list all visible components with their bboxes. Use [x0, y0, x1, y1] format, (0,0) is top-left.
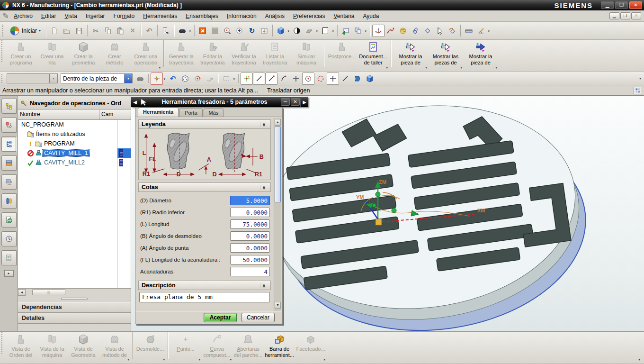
menu-vista[interactable]: Vista [60, 11, 81, 21]
toolbar-grip[interactable] [1, 332, 4, 354]
angle-button[interactable]: ▾ [475, 25, 487, 37]
assembly-navigator-tab[interactable] [1, 99, 17, 114]
tree-row-nc_program[interactable]: NC_PROGRAM [18, 120, 131, 129]
desmoldeo-dropdown[interactable]: ▾ [163, 358, 165, 362]
face-button[interactable] [351, 73, 364, 85]
machine-tool-view-tab[interactable] [1, 155, 17, 171]
menu-herramientas[interactable]: Herramientas [139, 11, 181, 21]
undo-button[interactable]: ↶ [143, 25, 155, 37]
web-browser-tab[interactable] [1, 212, 17, 228]
tab-mas[interactable]: Más [204, 109, 224, 117]
verificar-trayectoria-button[interactable]: Verificar latrayectoria [228, 40, 259, 72]
description-input[interactable]: Fresa plana de 5 mm [139, 292, 270, 302]
win-cascade-button[interactable]: ▾ [352, 25, 364, 37]
curve-j-button[interactable] [277, 73, 290, 85]
ruler-button[interactable] [463, 25, 475, 37]
tree-row-ítems no utilizados[interactable]: Ítems no utilizados [18, 129, 131, 139]
panel-splitter[interactable] [18, 296, 131, 302]
collapse-chevron-icon[interactable]: ∧ [260, 185, 268, 190]
hd3d-tools-tab[interactable] [1, 193, 17, 209]
fit-view-button[interactable] [197, 25, 209, 37]
menu-archivo[interactable]: Archivo [9, 11, 37, 21]
rotate-point-button[interactable] [191, 73, 204, 85]
marquee-button[interactable]: ▾ [220, 73, 233, 85]
shaded-cube-button[interactable]: ▾ [275, 25, 287, 37]
dialog-scrollbar[interactable]: ▲ ▼ [274, 118, 281, 323]
diamond-swap-button[interactable] [446, 25, 458, 37]
selection-scope-combo[interactable]: Dentro de la pieza de▾ [61, 73, 133, 83]
angle-dropdown[interactable]: ▾ [488, 29, 490, 33]
minimize-button[interactable]: ▁ [601, 1, 614, 9]
iniciar-dropdown[interactable]: ▾ [39, 28, 41, 33]
detalles-panel-header[interactable]: Detalles [18, 313, 131, 324]
vista-metodo-button[interactable]: Vista demétodo de▾ [99, 332, 130, 364]
mdi-restore-button[interactable]: ❐ [620, 12, 630, 19]
snap-point-button[interactable] [241, 73, 253, 85]
menu-ensamblajes[interactable]: Ensamblajes [181, 11, 223, 21]
vista-geometria-button[interactable]: Vista deGeometria [68, 332, 99, 364]
menu-informacion[interactable]: Información [223, 11, 261, 21]
mostrar-pieza-1-button[interactable]: Mostrar lapieza de▾ [393, 40, 428, 72]
dialog-forward-button[interactable]: ▶ [300, 97, 308, 107]
find-button[interactable] [134, 73, 146, 85]
crear-geometria-button[interactable]: Crear lageometria [68, 40, 99, 72]
toolbar-grip[interactable] [1, 40, 4, 62]
faceteado-button[interactable]: Faceteado...▾ [295, 332, 326, 364]
cue-clipboard-icon[interactable] [634, 87, 642, 94]
pin-icon[interactable] [20, 100, 27, 107]
editar-trayectoria-button[interactable]: Editar latrayectoria [197, 40, 228, 72]
paste-button[interactable] [114, 25, 126, 37]
info-button[interactable]: i [160, 25, 172, 37]
open-button[interactable] [61, 25, 73, 37]
win-new-button[interactable] [340, 25, 352, 37]
tab-herramienta[interactable]: Herramienta [138, 108, 179, 117]
blank-dropdown[interactable]: ▾ [332, 29, 334, 33]
dice-button[interactable] [179, 73, 191, 85]
dialog-title-bar[interactable]: ◀ Herramienta fresadora - 5 parámetros ─… [131, 97, 308, 107]
listar-trayectoria-button[interactable]: Listar latrayectoria [259, 40, 291, 72]
snap-handle-button[interactable]: ▾ [151, 73, 163, 85]
circle-dash-button[interactable] [314, 73, 327, 85]
close-button[interactable]: ✕ [629, 1, 642, 9]
find-dropdown[interactable]: ▾ [189, 29, 191, 33]
history-tab[interactable] [1, 231, 17, 246]
line-button[interactable] [339, 73, 351, 85]
faceteado-dropdown[interactable]: ▾ [323, 358, 325, 362]
field-input-2[interactable]: 75.0000 [230, 219, 270, 229]
postprocesar-button[interactable]: Postproce... [326, 40, 358, 72]
gray-arrow-button[interactable] [204, 73, 216, 85]
mdi-close-button[interactable]: ✕ [631, 12, 641, 19]
copy-button[interactable] [102, 25, 114, 37]
mostrar-pieza-1-dropdown[interactable]: ▾ [425, 66, 427, 70]
tree-row-program[interactable]: !PROGRAM [18, 139, 131, 148]
save-button[interactable] [73, 25, 85, 37]
crear-programa-button[interactable]: Crear unprograma [5, 40, 36, 72]
field-input-6[interactable]: 4 [230, 267, 270, 276]
curva-compuesta-dropdown[interactable]: ▾ [230, 358, 232, 362]
dialog-minimize-button[interactable]: ─ [281, 98, 290, 106]
vista-orden-programa-button[interactable]: Vista deOrden del [5, 332, 36, 364]
marquee-dropdown[interactable]: ▾ [233, 77, 235, 81]
undo-blue-button[interactable]: ↶ [167, 73, 179, 85]
toolbar-grip[interactable] [2, 25, 5, 37]
menu-ayuda[interactable]: Ayuda [359, 11, 384, 21]
cotas-section-header[interactable]: Cotas ∧ [138, 182, 271, 192]
mostrar-piezas-dropdown[interactable]: ▾ [460, 66, 462, 70]
tab-porta[interactable]: Porta [179, 109, 202, 117]
combo-dropdown-icon[interactable]: ▾ [124, 74, 132, 83]
shaded-cube-dropdown[interactable]: ▾ [288, 29, 290, 33]
menu-editar[interactable]: Editar [37, 11, 60, 21]
collapse-chevron-icon[interactable]: ∧ [260, 283, 268, 288]
plus-lg-button[interactable] [290, 73, 302, 85]
menu-ventana[interactable]: Ventana [330, 11, 359, 21]
cube-sm-button[interactable] [364, 73, 376, 85]
find-button[interactable]: ▾ [176, 25, 188, 37]
new-file-button[interactable] [48, 25, 61, 37]
descripcion-section-header[interactable]: Descripción ∧ [138, 281, 271, 290]
tree-row-cavity_mill_1[interactable]: CAVITY_MILL_1 [18, 148, 131, 158]
menu-analisis[interactable]: Análisis [261, 11, 289, 21]
scroll-thumb[interactable]: ||| [32, 289, 65, 295]
blank-button[interactable]: ▾ [319, 25, 331, 37]
simular-maquina-button[interactable]: Simularmáquina [291, 40, 322, 72]
barra-herramientas-button[interactable]: Barra deherramient... [264, 332, 295, 364]
